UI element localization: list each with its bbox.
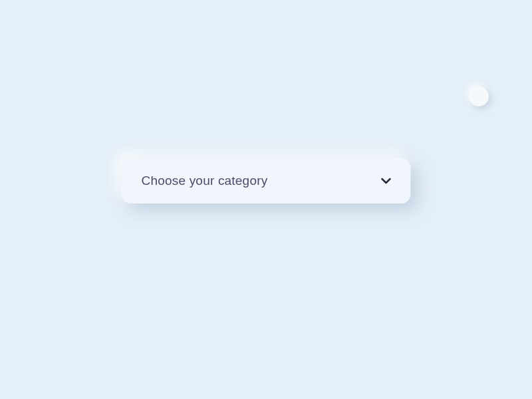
category-dropdown[interactable]: Choose your category [122,158,411,203]
theme-toggle-button[interactable] [469,86,489,106]
dropdown-placeholder-label: Choose your category [142,174,268,188]
category-dropdown-container: Choose your category [122,158,411,203]
chevron-down-icon [380,175,392,187]
